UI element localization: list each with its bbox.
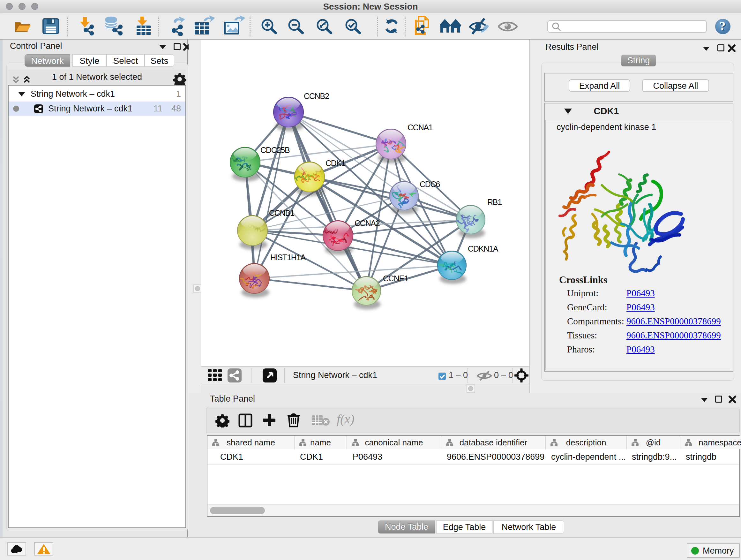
svg-text:CCNA1: CCNA1 bbox=[408, 123, 433, 132]
svg-text:CDKN1A: CDKN1A bbox=[468, 244, 498, 253]
svg-text:?: ? bbox=[720, 19, 726, 33]
svg-text:CDC6: CDC6 bbox=[420, 180, 440, 189]
svg-text:CCNB2: CCNB2 bbox=[304, 91, 329, 101]
svg-text:CDK1: CDK1 bbox=[326, 159, 345, 168]
svg-text:CCNA2: CCNA2 bbox=[354, 219, 380, 228]
svg-text:RB1: RB1 bbox=[487, 198, 502, 206]
svg-text:CCNE1: CCNE1 bbox=[383, 274, 408, 283]
svg-text:HIST1H1A: HIST1H1A bbox=[270, 253, 306, 262]
svg-text:CDC25B: CDC25B bbox=[260, 145, 290, 154]
svg-text:CCNB1: CCNB1 bbox=[269, 208, 294, 217]
